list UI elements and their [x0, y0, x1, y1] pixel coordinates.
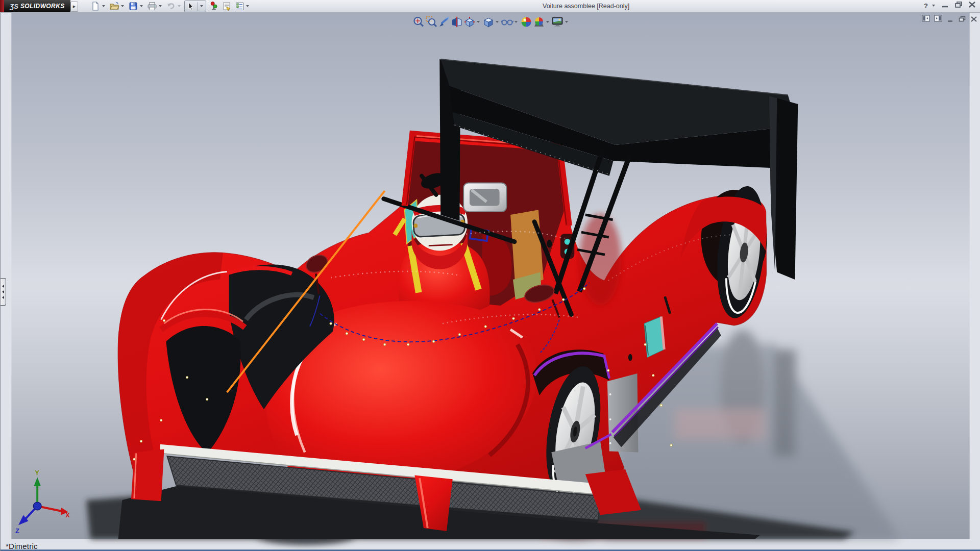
- save-floppy-icon: [128, 1, 139, 11]
- view-settings-button[interactable]: [551, 15, 564, 28]
- new-document-button[interactable]: [90, 1, 107, 11]
- traffic-light-icon: [208, 1, 219, 11]
- display-style-button[interactable]: [482, 15, 495, 28]
- previous-view-button[interactable]: [437, 15, 450, 28]
- save-button[interactable]: [128, 1, 145, 11]
- select-tool-button[interactable]: [184, 1, 206, 12]
- display-style-dropdown[interactable]: [496, 21, 499, 23]
- brand-red-strip: [0, 0, 4, 12]
- collapse-pane-right-icon[interactable]: [934, 15, 943, 24]
- options-button[interactable]: [234, 1, 251, 11]
- 3d-scene: X Y Z: [1, 12, 980, 551]
- undo-dropdown[interactable]: [178, 5, 181, 7]
- solidworks-window: { "window": { "title": "Voiture assomble…: [0, 0, 980, 551]
- window-controls: ?: [924, 1, 977, 10]
- select-cursor-icon: [185, 1, 197, 11]
- zoom-to-fit-button[interactable]: [412, 15, 425, 28]
- help-button[interactable]: ?: [924, 2, 928, 10]
- section-view-button[interactable]: [450, 15, 463, 28]
- apply-scene-button[interactable]: [532, 15, 545, 28]
- feature-manager-collapsed-tab[interactable]: [1, 278, 6, 306]
- document-window-controls: [922, 15, 978, 24]
- rear-deck-shading: [579, 214, 621, 306]
- file-properties-icon: [221, 1, 232, 11]
- solidworks-logo: ƷS SOLIDWORKS: [4, 0, 70, 12]
- undo-button[interactable]: [165, 1, 183, 11]
- close-button[interactable]: [967, 1, 977, 10]
- options-checklist-icon: [234, 1, 245, 11]
- expand-panel-arrow-icon: [2, 285, 4, 288]
- print-button[interactable]: [146, 1, 164, 11]
- collapse-pane-left-icon[interactable]: [922, 15, 930, 24]
- close-document-button[interactable]: [970, 15, 978, 24]
- print-dropdown[interactable]: [159, 5, 162, 7]
- file-properties-button[interactable]: [221, 1, 232, 11]
- undo-arrow-icon: [165, 1, 177, 11]
- graphics-area[interactable]: X Y Z: [0, 12, 980, 551]
- edit-appearance-button[interactable]: [520, 15, 532, 28]
- expand-panel-arrow-icon: [2, 290, 4, 293]
- hide-show-items-dropdown[interactable]: [514, 21, 518, 23]
- open-dropdown[interactable]: [121, 5, 124, 7]
- printer-icon: [146, 1, 158, 11]
- view-orientation-dropdown[interactable]: [477, 21, 480, 23]
- dassault-logo-glyph: ƷS: [10, 3, 18, 10]
- intake-mirror-box: [463, 183, 506, 212]
- triad-x-label: X: [65, 511, 70, 519]
- new-document-icon: [90, 1, 101, 11]
- body-hole-1: [547, 240, 552, 248]
- view-settings-dropdown[interactable]: [565, 21, 568, 23]
- solidworks-logo-text: SOLIDWORKS: [20, 3, 65, 10]
- open-folder-icon: [109, 1, 120, 11]
- body-hole-2: [628, 354, 632, 361]
- minimize-button[interactable]: [940, 1, 950, 10]
- menu-expand-arrow-icon[interactable]: ▶: [70, 2, 78, 12]
- open-button[interactable]: [109, 1, 126, 11]
- options-dropdown[interactable]: [246, 5, 249, 7]
- select-dropdown[interactable]: [200, 5, 203, 7]
- view-orientation-button[interactable]: [463, 15, 476, 28]
- rebuild-button[interactable]: [208, 1, 219, 11]
- restore-document-button[interactable]: [958, 15, 966, 24]
- save-dropdown[interactable]: [140, 5, 143, 7]
- minimize-document-button[interactable]: [946, 15, 954, 24]
- window-title: Voiture assomblee [Read-only]: [543, 3, 629, 10]
- zoom-to-area-button[interactable]: [425, 15, 437, 28]
- title-bar: ƷS SOLIDWORKS ▶: [0, 0, 980, 13]
- expand-panel-arrow-icon: [2, 296, 4, 299]
- main-toolbar: [90, 1, 253, 12]
- new-document-dropdown[interactable]: [102, 5, 105, 7]
- headsup-view-toolbar: [412, 15, 570, 28]
- triad-y-label: Y: [35, 469, 39, 477]
- restore-button[interactable]: [953, 1, 964, 10]
- help-dropdown[interactable]: [932, 5, 935, 7]
- hide-show-items-button[interactable]: [501, 15, 513, 28]
- apply-scene-dropdown[interactable]: [546, 21, 549, 23]
- view-orientation-label: *Dimetric: [6, 542, 38, 550]
- triad-z-label: Z: [15, 527, 19, 535]
